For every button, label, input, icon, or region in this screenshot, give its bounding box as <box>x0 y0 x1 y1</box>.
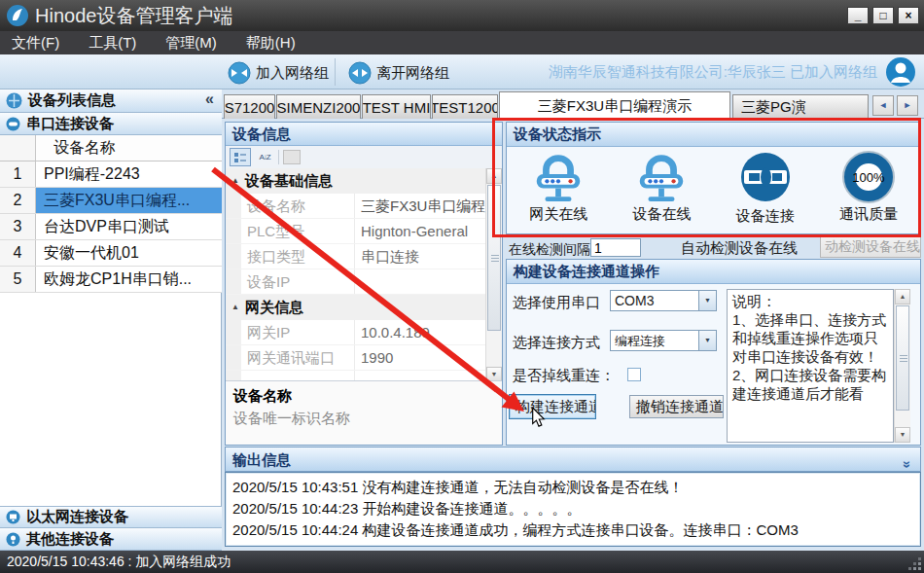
tab-test1200[interactable]: TEST1200 <box>432 94 498 119</box>
device-status-title: 设备状态指示 <box>507 123 920 147</box>
property-desc-title: 设备名称 <box>233 387 494 406</box>
close-button[interactable]: × <box>898 7 919 24</box>
log-line: 2020/5/15 10:44:24 构建设备连接通道成功，编程方式连接串口设备… <box>232 519 913 541</box>
destroy-channel-button[interactable]: 撤销连接通道 <box>629 395 724 418</box>
build-channel-panel: 构建设备连接通道操作 选择使用串口 COM3 ▼ 选择连接方式 编程连接 ▼ 是… <box>506 259 921 446</box>
property-row[interactable]: 网关IP10.0.4.189 <box>226 320 485 345</box>
tab-test-hmi[interactable]: TEST HMI <box>362 94 431 119</box>
auto-detect-label: 自动检测设备在线 <box>681 239 798 258</box>
scrollbar-thumb[interactable] <box>487 185 501 331</box>
output-title: 输出信息 <box>232 451 291 468</box>
sidebar-header[interactable]: 设备列表信息 « <box>0 90 222 113</box>
property-row[interactable]: PLC型号Hignton-General <box>226 219 485 244</box>
dropdown-arrow-icon[interactable]: ▼ <box>698 291 716 310</box>
output-collapse-icon[interactable]: » <box>896 461 920 467</box>
reconnect-label: 是否掉线重连： <box>513 367 615 385</box>
table-row[interactable]: 5 欧姆龙CP1H串口销... <box>0 267 222 293</box>
menu-bar: 文件(F) 工具(T) 管理(M) 帮助(H) <box>0 31 924 54</box>
interval-input[interactable] <box>590 238 641 257</box>
interval-label: 在线检测间隔(秒 <box>509 241 592 259</box>
join-network-button[interactable]: 加入网络组 <box>222 59 335 87</box>
serial-device-group[interactable]: 串口连接设备 <box>0 113 222 135</box>
scroll-up-icon[interactable]: ▲ <box>895 289 910 304</box>
ethernet-device-icon <box>6 510 20 524</box>
serial-port-label: 选择使用串口 <box>513 294 600 312</box>
comm-quality-indicator: 100% 通讯质量 <box>817 147 920 233</box>
gateway-online-indicator: 网关在线 <box>507 147 610 233</box>
table-row[interactable]: 1 PPI编程-2243 <box>0 161 222 188</box>
auto-detect-button-disabled[interactable]: 动检测设备在线 <box>820 236 921 258</box>
toolbar-separator <box>335 58 336 86</box>
categorized-view-icon[interactable] <box>230 148 251 166</box>
tab-simenzi200[interactable]: SIMENZI200 <box>276 94 361 119</box>
property-grid-toolbar: A↓Z <box>226 146 502 169</box>
tab-mitsubishi-fx3u-active[interactable]: 三菱FX3U串口编程演示 <box>499 91 730 120</box>
connect-mode-select[interactable]: 编程连接 ▼ <box>610 330 717 351</box>
category-basic-info[interactable]: ▲ 设备基础信息 <box>226 168 485 194</box>
device-info-title: 设备信息 <box>226 123 502 146</box>
scrollbar-thumb[interactable] <box>896 305 909 411</box>
output-panel-header: 输出信息 » <box>225 447 921 472</box>
scroll-up-icon[interactable]: ▲ <box>486 168 502 184</box>
property-grid-scrollbar[interactable]: ▲ ▼ <box>485 168 502 382</box>
maximize-button[interactable]: □ <box>872 7 894 24</box>
serial-port-select[interactable]: COM3 ▼ <box>610 290 717 311</box>
toolbar-divider <box>278 150 279 164</box>
title-bar: Hinode设备管理客户端 _ □ × <box>0 0 924 31</box>
leave-network-button[interactable]: 离开网络组 <box>342 59 455 87</box>
window-title: Hinode设备管理客户端 <box>35 3 232 29</box>
serial-port-value: COM3 <box>611 291 698 310</box>
note-scrollbar[interactable]: ▲ ▼ <box>894 289 910 443</box>
category-gateway-info[interactable]: ▲ 网关信息 <box>226 295 485 320</box>
tab-mitsubishi-pg-clipped[interactable]: 三菱PG演 <box>732 94 869 119</box>
table-row[interactable]: 4 安徽一代机01 <box>0 240 222 267</box>
build-channel-button[interactable]: 构建连接通道 <box>509 394 596 419</box>
property-row[interactable]: 设备IP <box>226 269 485 295</box>
property-grid: ▲ 设备基础信息 设备名称三菱FX3U串口编程 PLC型号Hignton-Gen… <box>226 168 502 382</box>
property-pages-icon[interactable] <box>283 150 301 164</box>
device-table-header: 设备名称 <box>0 135 222 161</box>
sidebar-title: 设备列表信息 <box>28 91 116 110</box>
app-window: Hinode设备管理客户端 _ □ × 文件(F) 工具(T) 管理(M) 帮助… <box>0 0 924 573</box>
property-row[interactable]: 网关通讯端口1990 <box>226 345 485 371</box>
sidebar-collapse-icon[interactable]: « <box>205 90 214 108</box>
property-row[interactable]: 接口类型串口连接 <box>226 244 485 269</box>
reconnect-checkbox[interactable] <box>627 368 641 381</box>
tab-scroll-left-icon[interactable]: ◄ <box>872 95 894 116</box>
device-list-icon <box>6 92 22 109</box>
device-info-panel: 设备信息 A↓Z ▲ 设备基础信息 设备名称三菱FX3U串口编程 PLC型号Hi… <box>225 122 503 446</box>
menu-manage[interactable]: 管理(M) <box>165 34 217 53</box>
tab-scroll-right-icon[interactable]: ► <box>897 95 918 116</box>
status-bar: 2020/5/15 10:43:46 : 加入网络组成功 <box>0 551 924 573</box>
instruction-note: 说明： 1、选择串口、连接方式和掉线重连操作选项只对串口连接设备有效！ 2、网口… <box>727 289 894 443</box>
other-device-icon <box>6 532 20 547</box>
device-connect-label: 设备连接 <box>736 207 795 226</box>
gateway-online-label: 网关在线 <box>529 205 587 224</box>
device-name-column-header[interactable]: 设备名称 <box>36 135 222 161</box>
leave-network-icon <box>348 61 372 85</box>
ethernet-group-label: 以太网连接设备 <box>26 508 128 526</box>
main-toolbar: 加入网络组 离开网络组 湖南华辰智通科技有限公司:华辰张三 已加入网络组 <box>0 54 924 90</box>
join-network-icon <box>228 61 251 85</box>
scroll-down-icon[interactable]: ▼ <box>895 427 910 443</box>
category-expanded-icon: ▲ <box>231 168 239 193</box>
status-indicators: 网关在线 设备在线 <box>507 147 920 233</box>
tab-s71200[interactable]: S71200 <box>224 94 275 119</box>
menu-help[interactable]: 帮助(H) <box>246 34 296 53</box>
property-desc-text: 设备唯一标识名称 <box>233 410 494 428</box>
alphabetical-sort-icon[interactable]: A↓Z <box>255 149 274 165</box>
property-row[interactable]: 设备名称三菱FX3U串口编程 <box>226 194 485 219</box>
other-device-group[interactable]: 其他连接设备 <box>0 528 222 551</box>
ethernet-device-group[interactable]: 以太网连接设备 <box>0 506 222 528</box>
build-channel-body: 选择使用串口 COM3 ▼ 选择连接方式 编程连接 ▼ 是否掉线重连： 构建连接… <box>507 284 920 445</box>
table-row[interactable]: 3 台达DVP串口测试 <box>0 214 222 240</box>
log-line: 2020/5/15 10:44:23 开始构建设备连接通道。。。。。 <box>232 498 913 519</box>
menu-tools[interactable]: 工具(T) <box>89 34 136 53</box>
dropdown-arrow-icon[interactable]: ▼ <box>698 331 716 350</box>
user-avatar-icon[interactable] <box>885 56 916 88</box>
resize-grip[interactable] <box>918 567 921 570</box>
minimize-button[interactable]: _ <box>847 7 869 24</box>
table-row-selected[interactable]: 2 三菱FX3U串口编程... <box>0 188 222 214</box>
menu-file[interactable]: 文件(F) <box>12 34 59 53</box>
property-description-box: 设备名称 设备唯一标识名称 <box>226 380 502 445</box>
